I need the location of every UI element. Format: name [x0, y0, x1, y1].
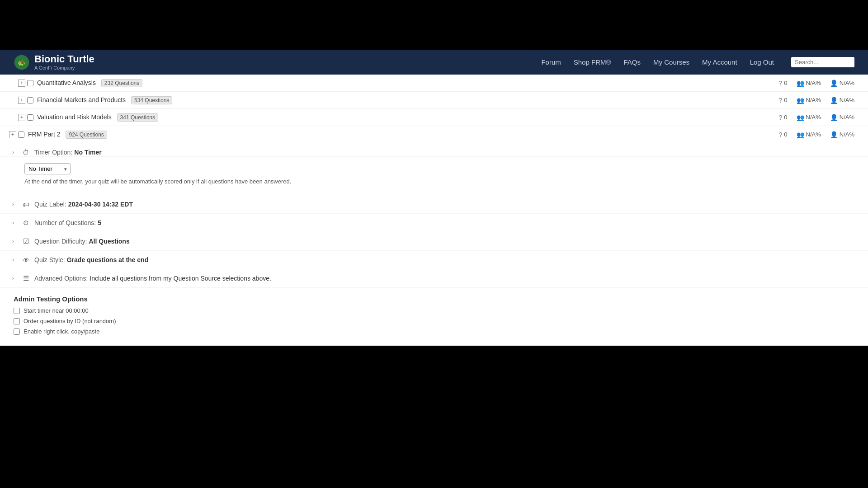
advanced-options-row[interactable]: › ☰ Advanced Options: Include all questi…: [0, 269, 868, 288]
difficulty-chevron[interactable]: ›: [9, 237, 17, 245]
question-badge-valuation: 341 Questions: [117, 113, 158, 122]
users-icon: 👥: [797, 114, 804, 121]
timer-chevron[interactable]: ›: [9, 148, 17, 156]
quiz-style-value: Grade questions at the end: [67, 256, 148, 263]
nav-faqs[interactable]: FAQs: [624, 58, 641, 66]
nav-my-account[interactable]: My Account: [702, 58, 737, 66]
timer-select[interactable]: No Timer 10 Minutes 20 Minutes 30 Minute…: [24, 163, 71, 174]
user-icon: 👤: [830, 131, 838, 138]
question-badge-financial: 534 Questions: [131, 96, 172, 104]
admin-checkbox-1[interactable]: [14, 308, 20, 314]
timer-icon: ⏱: [21, 149, 31, 156]
checkbox-valuation[interactable]: [27, 114, 33, 121]
admin-option-label-3: Enable right click, copy/paste: [24, 328, 99, 335]
course-name-valuation: Valuation and Risk Models 341 Questions: [37, 113, 779, 122]
logo-text: Bionic Turtle: [34, 54, 94, 65]
timer-hint: At the end of the timer, your quiz will …: [24, 178, 854, 190]
expand-btn-financial[interactable]: +: [18, 97, 25, 104]
expand-btn-frm2[interactable]: +: [9, 131, 16, 138]
avg2-stat-frm2: 👤 N/A%: [830, 131, 854, 138]
tag-icon: 🏷: [21, 201, 31, 208]
advanced-value: Include all questions from my Question S…: [90, 275, 271, 282]
difficulty-icon: ☑: [21, 237, 31, 245]
admin-option-2: Order questions by ID (not random): [14, 318, 854, 324]
quiz-label-value: 2024-04-30 14:32 EDT: [68, 201, 133, 208]
difficulty-row[interactable]: › ☑ Question Difficulty: All Questions: [0, 232, 868, 251]
avg1-stat-quantitative: 👥 N/A%: [797, 80, 821, 87]
checkbox-quantitative[interactable]: [27, 80, 33, 86]
course-row-valuation: + Valuation and Risk Models 341 Question…: [0, 109, 868, 126]
checkbox-frm2[interactable]: [18, 131, 24, 138]
search-input[interactable]: [791, 57, 854, 67]
help-icon: ?: [779, 80, 783, 87]
question-count-icon: ⊙: [21, 219, 31, 227]
admin-checkbox-3[interactable]: [14, 328, 20, 335]
question-badge-frm2: 924 Questions: [66, 131, 107, 139]
admin-option-label-2: Order questions by ID (not random): [24, 318, 116, 324]
main-content: + Quantitative Analysis 232 Questions ? …: [0, 75, 868, 346]
advanced-chevron[interactable]: ›: [9, 274, 17, 282]
nav-log-out[interactable]: Log Out: [750, 58, 774, 66]
help-icon: ?: [779, 114, 783, 121]
logo: 🐢 Bionic Turtle A CeriFi Company: [14, 54, 94, 70]
course-row-quantitative: + Quantitative Analysis 232 Questions ? …: [0, 75, 868, 92]
admin-option-3: Enable right click, copy/paste: [14, 328, 854, 335]
expand-btn-quantitative[interactable]: +: [18, 80, 25, 87]
admin-option-1: Start timer near 00:00:00: [14, 307, 854, 314]
users-icon: 👥: [797, 97, 804, 104]
num-questions-chevron[interactable]: ›: [9, 219, 17, 227]
help-stat-financial: ? 0: [779, 97, 788, 104]
admin-title: Admin Testing Options: [14, 295, 854, 303]
logo-sub: A CeriFi Company: [34, 65, 94, 70]
timer-label: Timer Option:: [34, 149, 72, 156]
course-row-financial: + Financial Markets and Products 534 Que…: [0, 92, 868, 109]
quiz-label-chevron[interactable]: ›: [9, 200, 17, 208]
difficulty-value: All Questions: [89, 238, 129, 245]
avg1-stat-frm2: 👥 N/A%: [797, 131, 821, 138]
help-stat-quantitative: ? 0: [779, 80, 788, 87]
eye-icon: 👁: [21, 256, 31, 264]
nav-shop[interactable]: Shop FRM®: [574, 58, 611, 66]
nav-my-courses[interactable]: My Courses: [653, 58, 689, 66]
list-icon: ☰: [21, 274, 31, 282]
navigation: 🐢 Bionic Turtle A CeriFi Company Forum S…: [0, 50, 868, 75]
course-name-frm2: FRM Part 2 924 Questions: [28, 131, 779, 139]
num-questions-row[interactable]: › ⊙ Number of Questions: 5: [0, 214, 868, 232]
user-icon: 👤: [830, 97, 838, 104]
help-icon: ?: [779, 131, 783, 138]
quiz-style-chevron[interactable]: ›: [9, 256, 17, 264]
users-icon: 👥: [797, 80, 804, 87]
help-stat-valuation: ? 0: [779, 114, 788, 121]
avg1-stat-financial: 👥 N/A%: [797, 97, 821, 104]
timer-option-row[interactable]: › ⏱ Timer Option: No Timer: [0, 143, 868, 157]
difficulty-label: Question Difficulty:: [34, 238, 87, 245]
user-icon: 👤: [830, 114, 838, 121]
course-name-financial: Financial Markets and Products 534 Quest…: [37, 96, 779, 104]
checkbox-financial[interactable]: [27, 97, 33, 103]
user-icon: 👤: [830, 80, 838, 87]
quiz-style-row[interactable]: › 👁 Quiz Style: Grade questions at the e…: [0, 251, 868, 269]
advanced-label: Advanced Options:: [34, 275, 88, 282]
nav-forum[interactable]: Forum: [541, 58, 561, 66]
help-stat-frm2: ? 0: [779, 131, 788, 138]
timer-section: No Timer 10 Minutes 20 Minutes 30 Minute…: [0, 157, 868, 195]
help-icon: ?: [779, 97, 783, 104]
expand-btn-valuation[interactable]: +: [18, 114, 25, 121]
avg2-stat-quantitative: 👤 N/A%: [830, 80, 854, 87]
num-questions-value: 5: [98, 219, 101, 226]
timer-value: No Timer: [74, 149, 101, 156]
logo-icon: 🐢: [14, 54, 30, 70]
avg1-stat-valuation: 👥 N/A%: [797, 114, 821, 121]
svg-text:🐢: 🐢: [18, 58, 26, 66]
quiz-label-row[interactable]: › 🏷 Quiz Label: 2024-04-30 14:32 EDT: [0, 195, 868, 214]
course-row-frm2: + FRM Part 2 924 Questions ? 0 👥 N/A% 👤 …: [0, 126, 868, 143]
admin-section: Admin Testing Options Start timer near 0…: [0, 288, 868, 346]
admin-option-label-1: Start timer near 00:00:00: [24, 307, 89, 314]
quiz-label-label: Quiz Label:: [34, 201, 66, 208]
avg2-stat-valuation: 👤 N/A%: [830, 114, 854, 121]
avg2-stat-financial: 👤 N/A%: [830, 97, 854, 104]
nav-links: Forum Shop FRM® FAQs My Courses My Accou…: [541, 57, 854, 67]
num-questions-label: Number of Questions:: [34, 219, 96, 226]
admin-checkbox-2[interactable]: [14, 318, 20, 324]
course-name-quantitative: Quantitative Analysis 232 Questions: [37, 79, 779, 87]
